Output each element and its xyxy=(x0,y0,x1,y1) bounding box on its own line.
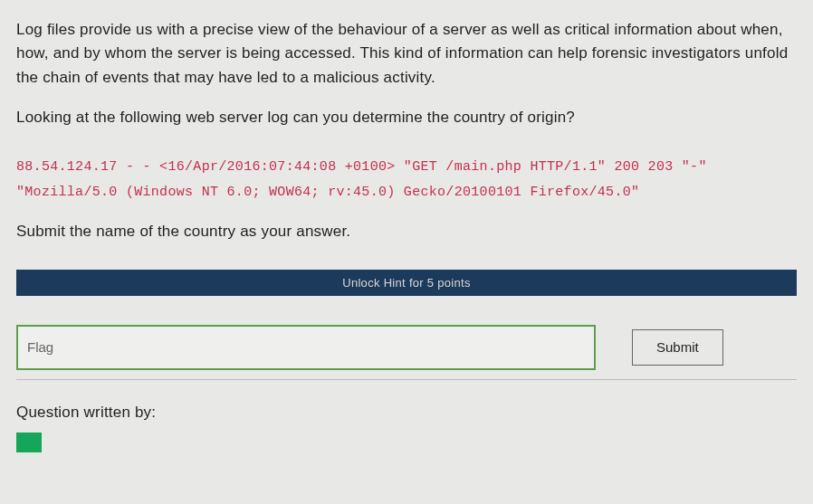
submit-button[interactable]: Submit xyxy=(632,329,723,366)
author-avatar xyxy=(16,433,42,452)
author-label: Question written by: xyxy=(16,404,797,422)
flag-input-container xyxy=(16,325,596,370)
challenge-question: Looking at the following web server log … xyxy=(16,106,797,129)
challenge-description: Log files provide us with a precise view… xyxy=(16,18,797,90)
log-sample: 88.54.124.17 - - <16/Apr/2016:07:44:08 +… xyxy=(16,155,797,206)
unlock-hint-button[interactable]: Unlock Hint for 5 points xyxy=(16,270,797,296)
section-divider xyxy=(16,379,797,380)
answer-row: Submit xyxy=(16,325,797,370)
flag-input[interactable] xyxy=(27,339,585,355)
submission-instruction: Submit the name of the country as your a… xyxy=(16,223,797,241)
